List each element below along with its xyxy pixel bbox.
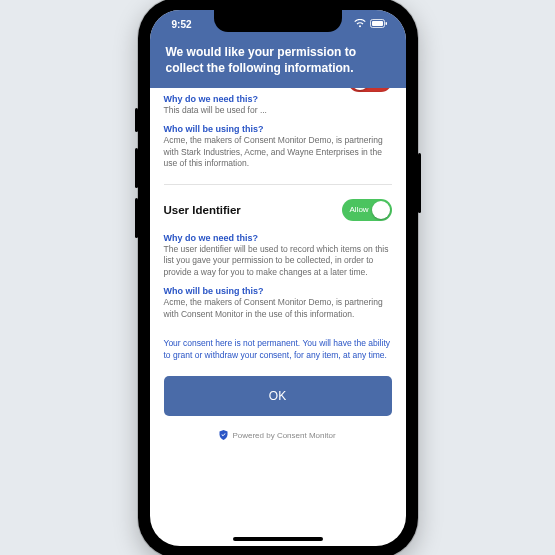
user-identifier-title: User Identifier: [164, 204, 241, 216]
why-need-heading: Why do we need this?: [164, 94, 392, 104]
ok-button[interactable]: OK: [164, 376, 392, 416]
consent-footer-note: Your consent here is not permanent. You …: [164, 338, 392, 362]
toggle-track: [348, 88, 392, 92]
uid-why-heading: Why do we need this?: [164, 233, 392, 243]
battery-icon: [370, 19, 388, 30]
toggle-allow-label: Allow: [350, 205, 369, 214]
mute-switch: [135, 108, 138, 132]
phone-frame: 9:52 We would like your permission to co…: [138, 0, 418, 555]
screen: 9:52 We would like your permission to co…: [150, 10, 406, 546]
why-need-body: This data will be used for ...: [164, 105, 392, 116]
notch: [214, 10, 342, 32]
content-scroll[interactable]: Why do we need this? This data will be u…: [150, 88, 406, 546]
ok-button-label: OK: [269, 389, 286, 403]
header-title: We would like your permission to collect…: [166, 45, 356, 75]
uid-who-body: Acme, the makers of Consent Monitor Demo…: [164, 297, 392, 320]
user-identifier-row: User Identifier Allow: [164, 185, 392, 225]
powered-by: Powered by Consent Monitor: [164, 430, 392, 442]
svg-rect-1: [372, 21, 383, 26]
volume-down: [135, 198, 138, 238]
permission-header: We would like your permission to collect…: [150, 40, 406, 88]
shield-icon: [219, 430, 228, 442]
power-button: [418, 153, 421, 213]
uid-why-body: The user identifier will be used to reco…: [164, 244, 392, 278]
volume-up: [135, 148, 138, 188]
toggle-off-switch[interactable]: [348, 88, 392, 94]
uid-who-heading: Who will be using this?: [164, 286, 392, 296]
toggle-knob: [351, 88, 369, 90]
toggle-allow-switch[interactable]: Allow: [342, 199, 392, 221]
who-using-body: Acme, the makers of Consent Monitor Demo…: [164, 135, 392, 169]
status-time: 9:52: [172, 19, 192, 30]
svg-rect-2: [385, 22, 387, 25]
who-using-heading: Who will be using this?: [164, 124, 392, 134]
toggle-allow-knob: [372, 201, 390, 219]
powered-by-text: Powered by Consent Monitor: [232, 431, 335, 440]
home-indicator[interactable]: [233, 537, 323, 541]
wifi-icon: [354, 19, 366, 30]
